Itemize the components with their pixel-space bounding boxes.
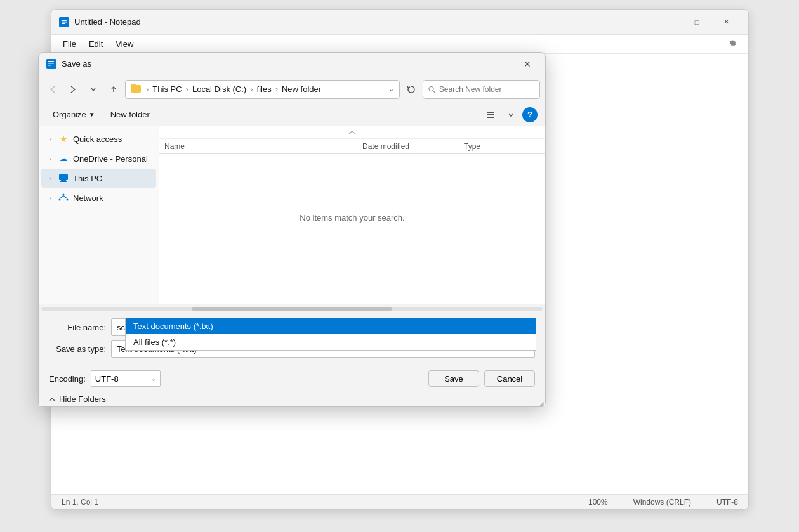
savetype-dropdown-open[interactable]: Text documents (*.txt) All files (*.*)	[125, 318, 536, 351]
svg-point-16	[63, 194, 65, 196]
file-list-header: Name Date modified Type	[159, 139, 545, 154]
svg-rect-1	[62, 20, 67, 21]
encoding-status: UTF-8	[716, 498, 738, 507]
settings-button[interactable]	[723, 36, 743, 53]
dialog-body: › ★ Quick access › ☁ OneDrive - Personal…	[39, 126, 545, 304]
nav-item-quick-access[interactable]: › ★ Quick access	[41, 129, 156, 148]
save-button[interactable]: Save	[428, 370, 479, 387]
address-folder-icon	[131, 84, 141, 94]
file-list: Name Date modified Type No items match y…	[159, 126, 545, 304]
this-pc-label: This PC	[73, 174, 102, 183]
new-folder-button[interactable]: New folder	[104, 107, 156, 122]
up-button[interactable]	[105, 81, 122, 98]
title-bar: Untitled - Notepad — □ ✕	[51, 10, 748, 35]
encoding-dropdown-icon: ⌄	[151, 375, 156, 382]
dialog-title: Save as	[62, 59, 517, 68]
svg-rect-5	[48, 61, 54, 62]
svg-rect-12	[487, 117, 494, 118]
svg-rect-11	[487, 114, 494, 115]
svg-rect-13	[59, 174, 68, 180]
breadcrumb-newfolder[interactable]: New folder	[281, 84, 322, 94]
quick-access-chevron-icon: ›	[46, 136, 54, 143]
minimize-button[interactable]: —	[653, 12, 682, 32]
maximize-button[interactable]: □	[682, 12, 711, 32]
scrollbar-thumb[interactable]	[192, 307, 392, 311]
window-controls: — □ ✕	[653, 12, 741, 32]
resize-handle[interactable]: ◢	[539, 400, 545, 406]
horizontal-scrollbar[interactable]	[39, 304, 545, 313]
notepad-icon	[59, 17, 69, 27]
dialog-toolbar: › This PC › Local Disk (C:) › files › Ne…	[39, 75, 545, 103]
save-as-dialog: Save as ✕ › This PC › Local Disk (C:) › …	[38, 52, 546, 407]
organize-dropdown-icon: ▼	[89, 111, 95, 118]
organize-button[interactable]: Organize ▼	[46, 107, 102, 122]
col-type-header[interactable]: Type	[464, 142, 540, 151]
encoding-select[interactable]: UTF-8 ⌄	[91, 370, 161, 387]
encoding-label: Encoding:	[49, 374, 86, 384]
scrollbar-track[interactable]	[41, 307, 543, 311]
help-button[interactable]: ?	[522, 107, 538, 122]
encoding-value: UTF-8	[95, 374, 119, 384]
this-pc-icon	[58, 172, 69, 184]
svg-rect-15	[60, 181, 67, 183]
view-dropdown-button[interactable]	[502, 106, 520, 124]
nav-item-network[interactable]: › Network	[41, 188, 156, 207]
savetype-option-txt[interactable]: Text documents (*.txt)	[126, 318, 536, 334]
dialog-title-bar: Save as ✕	[39, 53, 545, 75]
col-name-header[interactable]: Name	[164, 142, 362, 151]
nav-item-this-pc[interactable]: › This PC	[41, 169, 156, 188]
cancel-button[interactable]: Cancel	[484, 370, 535, 387]
quick-access-label: Quick access	[73, 134, 122, 144]
svg-rect-7	[48, 65, 51, 66]
nav-tree: › ★ Quick access › ☁ OneDrive - Personal…	[39, 126, 159, 304]
view-list-button[interactable]	[482, 106, 499, 124]
file-menu[interactable]: File	[56, 37, 83, 51]
view-menu[interactable]: View	[109, 37, 140, 51]
address-bar[interactable]: › This PC › Local Disk (C:) › files › Ne…	[125, 80, 400, 99]
network-label: Network	[73, 193, 103, 203]
svg-rect-3	[62, 23, 65, 23]
empty-message: No items match your search.	[159, 154, 545, 281]
close-button[interactable]: ✕	[711, 12, 741, 32]
network-icon	[58, 192, 69, 204]
breadcrumb-files[interactable]: files	[256, 84, 273, 94]
this-pc-chevron-icon: ›	[46, 175, 54, 182]
dialog-close-button[interactable]: ✕	[517, 55, 538, 73]
nav-item-onedrive[interactable]: › ☁ OneDrive - Personal	[41, 149, 156, 168]
menu-bar: File Edit View	[51, 35, 748, 54]
forward-button[interactable]	[64, 81, 82, 98]
onedrive-chevron-icon: ›	[46, 155, 54, 162]
window-title: Untitled - Notepad	[74, 17, 653, 27]
svg-line-19	[60, 196, 63, 199]
edit-menu[interactable]: Edit	[83, 37, 109, 51]
organize-label: Organize	[53, 110, 86, 119]
hide-folders-chevron-icon	[49, 396, 55, 403]
svg-rect-6	[48, 63, 54, 64]
onedrive-label: OneDrive - Personal	[73, 154, 148, 164]
cursor-position: Ln 1, Col 1	[62, 498, 98, 507]
svg-rect-14	[61, 180, 66, 181]
hide-folders-label: Hide Folders	[59, 394, 106, 404]
action-bar-right: ?	[482, 106, 538, 124]
search-box[interactable]	[423, 80, 540, 99]
network-chevron-icon: ›	[46, 195, 54, 202]
line-ending: Windows (CRLF)	[633, 498, 691, 507]
svg-rect-2	[62, 22, 67, 22]
dialog-footer: Encoding: UTF-8 ⌄ Save Cancel	[39, 367, 545, 392]
status-bar: Ln 1, Col 1 100% Windows (CRLF) UTF-8	[51, 494, 748, 509]
refresh-button[interactable]	[402, 81, 420, 98]
filename-label: File name:	[49, 323, 106, 332]
hide-folders-row[interactable]: Hide Folders	[39, 392, 545, 406]
quick-access-icon: ★	[58, 133, 69, 145]
new-folder-label: New folder	[110, 110, 150, 119]
col-date-header[interactable]: Date modified	[362, 142, 464, 151]
breadcrumb-localdisk[interactable]: Local Disk (C:)	[191, 84, 248, 94]
svg-line-20	[63, 196, 67, 199]
breadcrumb-thispc[interactable]: This PC	[151, 84, 183, 94]
svg-point-17	[59, 199, 61, 201]
search-input[interactable]	[439, 85, 534, 94]
svg-point-18	[67, 199, 69, 201]
nav-dropdown-button[interactable]	[84, 81, 102, 98]
back-button[interactable]	[44, 81, 62, 98]
savetype-option-all[interactable]: All files (*.*)	[126, 334, 536, 350]
